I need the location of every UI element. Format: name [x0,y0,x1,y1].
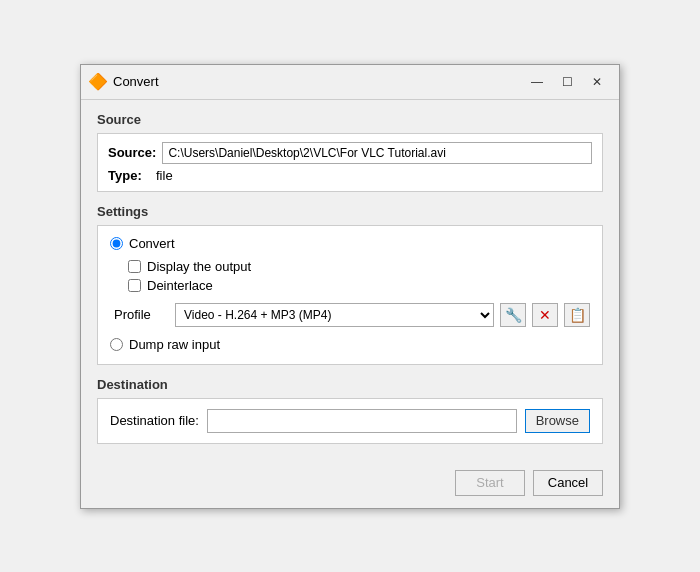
convert-radio-label: Convert [129,236,175,251]
display-output-label: Display the output [147,259,251,274]
minimize-button[interactable]: — [523,71,551,93]
footer: Start Cancel [81,470,619,508]
destination-file-row: Destination file: Browse [110,409,590,433]
profile-settings-button[interactable]: 🔧 [500,303,526,327]
titlebar-left: 🔶 Convert [89,73,159,91]
source-type-row: Type: file [108,168,592,183]
settings-section-header: Settings [97,204,603,219]
destination-section-header: Destination [97,377,603,392]
destination-file-label: Destination file: [110,413,199,428]
convert-radio-row: Convert [110,236,590,251]
source-path-input[interactable] [162,142,592,164]
titlebar-buttons: — ☐ ✕ [523,71,611,93]
profile-label: Profile [114,307,169,322]
profile-delete-button[interactable]: ✕ [532,303,558,327]
deinterlace-label: Deinterlace [147,278,213,293]
deinterlace-checkbox[interactable] [128,279,141,292]
destination-section: Destination file: Browse [97,398,603,444]
titlebar: 🔶 Convert — ☐ ✕ [81,65,619,100]
source-path-row: Source: [108,142,592,164]
source-path-label: Source: [108,145,156,160]
start-button[interactable]: Start [455,470,525,496]
convert-window: 🔶 Convert — ☐ ✕ Source Source: Type: fil… [80,64,620,509]
source-section-header: Source [97,112,603,127]
dump-radio-label: Dump raw input [129,337,220,352]
settings-section: Convert Display the output Deinterlace P… [97,225,603,365]
display-output-row: Display the output [128,259,590,274]
profile-new-button[interactable]: 📋 [564,303,590,327]
profile-row: Profile Video - H.264 + MP3 (MP4) Video … [114,303,590,327]
source-type-value: file [156,168,173,183]
deinterlace-row: Deinterlace [128,278,590,293]
destination-section-group: Destination Destination file: Browse [97,377,603,444]
browse-button[interactable]: Browse [525,409,590,433]
window-content: Source Source: Type: file Settings Conve… [81,100,619,470]
source-type-label: Type: [108,168,150,183]
cancel-button[interactable]: Cancel [533,470,603,496]
source-section: Source: Type: file [97,133,603,192]
dump-radio-row: Dump raw input [110,337,590,352]
profile-select[interactable]: Video - H.264 + MP3 (MP4) Video - H.265 … [175,303,494,327]
convert-radio[interactable] [110,237,123,250]
source-section-group: Source Source: Type: file [97,112,603,192]
window-title: Convert [113,74,159,89]
settings-section-group: Settings Convert Display the output Dein… [97,204,603,365]
close-button[interactable]: ✕ [583,71,611,93]
vlc-icon: 🔶 [89,73,107,91]
maximize-button[interactable]: ☐ [553,71,581,93]
dump-radio[interactable] [110,338,123,351]
display-output-checkbox[interactable] [128,260,141,273]
destination-file-input[interactable] [207,409,517,433]
